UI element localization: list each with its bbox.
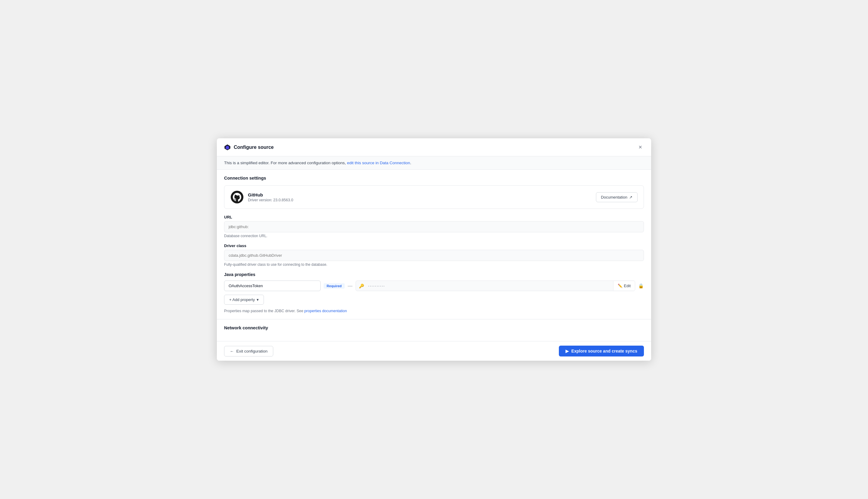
properties-hint: Properties map passed to the JDBC driver…: [224, 309, 644, 313]
connector-card: GitHub Driver version: 23.0.8563.0 Docum…: [224, 185, 644, 209]
external-link-icon: ↗: [629, 195, 632, 199]
network-connectivity-title: Network connectivity: [224, 326, 644, 330]
java-properties-section: Java properties Required — 🔑 ·········· …: [224, 272, 644, 313]
property-row: Required — 🔑 ·········· ✏️ Edit 🔒: [224, 281, 644, 291]
driver-class-field-group: Driver class Fully-qualified driver clas…: [224, 243, 644, 267]
url-field-group: URL Database connection URL.: [224, 215, 644, 238]
java-properties-title: Java properties: [224, 272, 644, 277]
modal-header-left: Configure source: [224, 144, 274, 151]
app-logo-icon: [224, 144, 231, 151]
svg-point-2: [231, 191, 243, 203]
connection-settings-title: Connection settings: [224, 176, 644, 181]
explore-icon: ▶: [566, 349, 569, 353]
add-property-label: + Add property: [229, 297, 255, 302]
url-hint: Database connection URL.: [224, 234, 644, 238]
modal-header: Configure source ×: [217, 138, 651, 156]
chevron-down-icon: ▾: [257, 297, 259, 302]
connector-info: GitHub Driver version: 23.0.8563.0: [248, 192, 293, 202]
modal-footer: ← Exit configuration ▶ Explore source an…: [217, 341, 651, 361]
github-icon: [230, 191, 244, 204]
info-banner: This is a simplified editor. For more ad…: [217, 156, 651, 170]
connector-name: GitHub: [248, 192, 293, 197]
modal-title: Configure source: [234, 145, 274, 150]
dash-separator: —: [348, 283, 353, 289]
configure-source-modal: Configure source × This is a simplified …: [217, 138, 651, 361]
arrow-left-icon: ←: [230, 349, 234, 353]
exit-configuration-button[interactable]: ← Exit configuration: [224, 346, 273, 356]
driver-class-input[interactable]: [224, 250, 644, 261]
url-input[interactable]: [224, 221, 644, 232]
data-connection-link[interactable]: edit this source in Data Connection: [347, 161, 410, 165]
properties-documentation-link[interactable]: properties documentation: [304, 309, 347, 313]
driver-class-hint: Fully-qualified driver class to use for …: [224, 263, 644, 267]
explore-source-button[interactable]: ▶ Explore source and create syncs: [559, 345, 644, 356]
connection-settings-section: Connection settings GitHub Driver versio…: [217, 170, 651, 319]
lock-icon: 🔒: [638, 283, 644, 289]
connector-left: GitHub Driver version: 23.0.8563.0: [230, 191, 293, 204]
url-label: URL: [224, 215, 644, 219]
required-badge: Required: [324, 283, 345, 289]
network-connectivity-section: Network connectivity: [217, 319, 651, 341]
modal-body: Connection settings GitHub Driver versio…: [217, 170, 651, 341]
driver-class-label: Driver class: [224, 243, 644, 248]
property-key-input[interactable]: [224, 281, 321, 291]
edit-property-button[interactable]: ✏️ Edit: [613, 281, 635, 291]
banner-text-before: This is a simplified editor. For more ad…: [224, 161, 347, 165]
key-icon: 🔑: [356, 283, 367, 288]
close-button[interactable]: ×: [637, 143, 644, 151]
pencil-icon: ✏️: [618, 283, 622, 288]
property-value-dots: ··········: [367, 281, 613, 291]
banner-text-after: .: [410, 161, 412, 165]
documentation-button[interactable]: Documentation ↗: [596, 192, 638, 202]
connector-version: Driver version: 23.0.8563.0: [248, 198, 293, 202]
add-property-button[interactable]: + Add property ▾: [224, 295, 264, 305]
property-value-wrapper: 🔑 ·········· ✏️ Edit: [356, 281, 635, 291]
